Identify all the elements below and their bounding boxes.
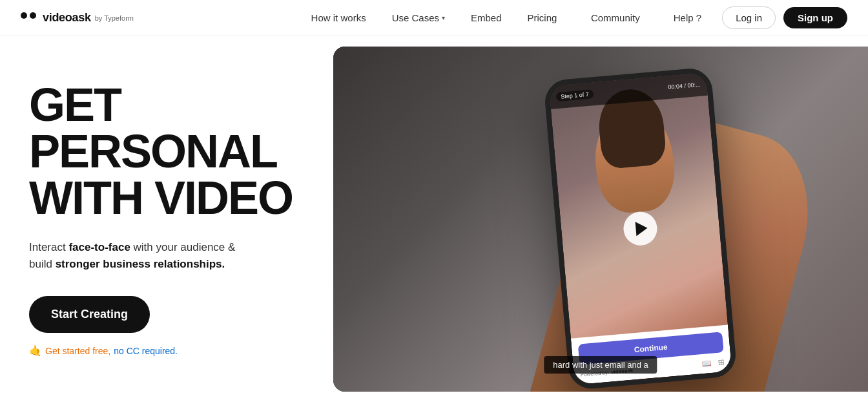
note-emoji: 🤙: [29, 344, 42, 357]
nav-item-how-it-works[interactable]: How it works: [298, 7, 379, 28]
nav-item-use-cases[interactable]: Use Cases ▾: [379, 7, 458, 28]
main-nav: How it works Use Cases ▾ Embed Pricing: [298, 7, 570, 28]
video-caption: hard with just email and a: [544, 356, 657, 374]
video-section: Step 1 of 7 00:04 / 00:... Continue Powe…: [333, 47, 868, 392]
hero-section: GETPERSONALWITH VIDEO Interact face-to-f…: [0, 36, 323, 402]
logo-area: videoask by Typeform: [21, 11, 134, 25]
note-text: Get started free,: [45, 346, 110, 356]
login-button[interactable]: Log in: [722, 6, 776, 29]
nav-item-embed[interactable]: Embed: [458, 7, 515, 28]
brand-tagline: by Typeform: [95, 14, 134, 22]
phone-timer: 00:04 / 00:...: [668, 81, 701, 90]
brand-name: videoask: [43, 11, 91, 25]
phone-bottom-bar: Continue Powered by: videoask 📖 ⊞: [571, 324, 732, 385]
start-creating-button[interactable]: Start Creating: [29, 296, 150, 333]
play-button[interactable]: [622, 211, 658, 247]
nav-item-pricing[interactable]: Pricing: [515, 7, 570, 28]
phone-screen: Step 1 of 7 00:04 / 00:... Continue Powe…: [549, 72, 732, 385]
hero-subtitle: Interact face-to-face with your audience…: [29, 239, 249, 273]
grid-icon: ⊞: [718, 357, 725, 367]
signup-button[interactable]: Sign up: [783, 7, 847, 28]
person-illustration: [592, 106, 677, 216]
phone-step: Step 1 of 7: [556, 89, 594, 101]
navbar: videoask by Typeform How it works Use Ca…: [0, 0, 868, 36]
phone-mockup: Step 1 of 7 00:04 / 00:... Continue Powe…: [543, 67, 738, 390]
no-cc-link[interactable]: no CC required.: [114, 346, 178, 356]
chevron-down-icon: ▾: [442, 14, 445, 21]
navbar-right: Community Help ? Log in Sign up: [578, 6, 847, 29]
logo[interactable]: videoask by Typeform: [21, 11, 134, 25]
nav-item-community[interactable]: Community: [578, 7, 653, 28]
logo-dots-icon: [21, 12, 39, 24]
nav-item-help[interactable]: Help ?: [661, 7, 714, 28]
main-content: GETPERSONALWITH VIDEO Interact face-to-f…: [0, 36, 868, 402]
hero-title: GETPERSONALWITH VIDEO: [29, 81, 294, 221]
book-icon: 📖: [702, 359, 712, 368]
phone-nav-icons: 📖 ⊞: [702, 357, 725, 368]
hero-note: 🤙 Get started free, no CC required.: [29, 344, 294, 357]
